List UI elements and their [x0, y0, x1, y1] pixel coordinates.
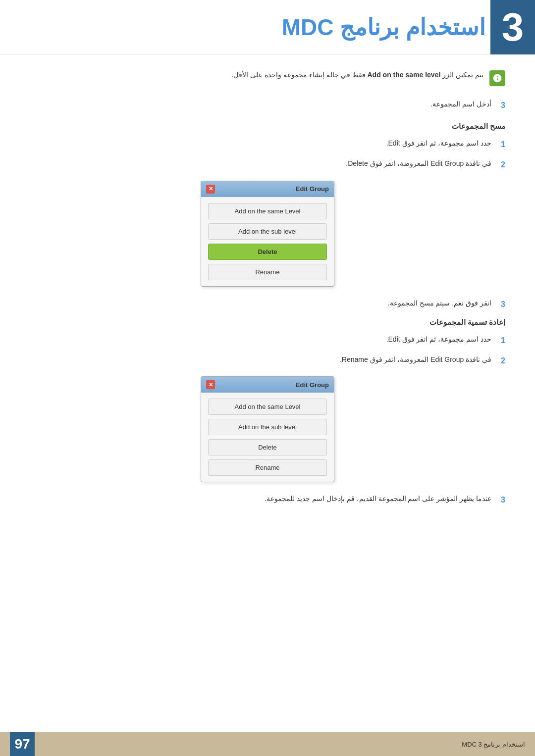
- dialog2-title: Edit Group: [296, 381, 329, 389]
- dialog1-add-same-level-btn[interactable]: Add on the same Level: [208, 203, 327, 219]
- dialog1-body: Add on the same Level Add on the sub lev…: [201, 197, 334, 286]
- main-content: يتم تمكين الزر Add on the same level فقط…: [0, 54, 535, 553]
- delete-step-num-2: 2: [496, 158, 505, 171]
- rename-step-text-1: حدد اسم مجموعة، ثم انقر فوق Edit.: [30, 334, 491, 346]
- edit-group-dialog-2: Edit Group ✕ Add on the same Level Add o…: [201, 376, 334, 482]
- dialog1-titlebar: Edit Group ✕: [201, 181, 334, 197]
- delete-step-num-3: 3: [496, 298, 505, 311]
- rename-step-2: 2 في نافذة Edit Group المعروضة، انقر فوق…: [30, 354, 505, 367]
- dialog2-body: Add on the same Level Add on the sub lev…: [201, 393, 334, 482]
- rename-step-num-1: 1: [496, 334, 505, 347]
- dialog1-title: Edit Group: [296, 185, 329, 193]
- rename-step-3: 3 عندما يظهر المؤشر على اسم المجموعة الق…: [30, 493, 505, 506]
- step-num-3a: 3: [496, 99, 505, 112]
- delete-step-1: 1 حدد اسم مجموعة، ثم انقر فوق Edit.: [30, 138, 505, 151]
- rename-step-text-3: عندما يظهر المؤشر على اسم المجموعة القدي…: [30, 493, 491, 505]
- delete-step-text-1: حدد اسم مجموعة، ثم انقر فوق Edit.: [30, 138, 491, 150]
- rename-step-text-2: في نافذة Edit Group المعروضة، انقر فوق R…: [30, 354, 491, 366]
- dialog2-add-same-level-btn[interactable]: Add on the same Level: [208, 399, 327, 415]
- rename-step-1: 1 حدد اسم مجموعة، ثم انقر فوق Edit.: [30, 334, 505, 347]
- dialog1-add-sub-level-btn[interactable]: Add on the sub level: [208, 223, 327, 240]
- footer-left: 97: [10, 732, 35, 756]
- dialog1-container: Edit Group ✕ Add on the same Level Add o…: [30, 181, 505, 287]
- dialog1-close-button[interactable]: ✕: [206, 185, 215, 194]
- delete-section-title: مسح المجموعات: [30, 122, 505, 131]
- dialog2-delete-btn[interactable]: Delete: [208, 439, 327, 455]
- rename-step-num-3: 3: [496, 493, 505, 506]
- delete-step-num-1: 1: [496, 138, 505, 151]
- note-text: يتم تمكين الزر Add on the same level فقط…: [231, 69, 483, 81]
- dialog2-rename-btn[interactable]: Rename: [208, 459, 327, 476]
- chapter-box: 3: [490, 0, 535, 54]
- dialog2-close-button[interactable]: ✕: [206, 380, 215, 389]
- step-text-3a: أدخل اسم المجموعة.: [30, 99, 491, 110]
- chapter-number: 3: [502, 7, 524, 47]
- page-title: استخدام برنامج MDC: [282, 14, 485, 41]
- page-number: 97: [14, 736, 30, 752]
- page-number-box: 97: [10, 732, 35, 756]
- edit-group-dialog-1: Edit Group ✕ Add on the same Level Add o…: [201, 181, 334, 287]
- delete-step-3: 3 انقر فوق نعم. سيتم مسح المجموعة.: [30, 298, 505, 311]
- dialog1-rename-btn[interactable]: Rename: [208, 264, 327, 280]
- delete-step-text-3: انقر فوق نعم. سيتم مسح المجموعة.: [30, 298, 491, 309]
- delete-step-2: 2 في نافذة Edit Group المعروضة، انقر فوق…: [30, 158, 505, 171]
- dialog2-titlebar: Edit Group ✕: [201, 377, 334, 393]
- note-box: يتم تمكين الزر Add on the same level فقط…: [30, 69, 505, 86]
- rename-step-num-2: 2: [496, 354, 505, 367]
- page-footer: 97 استخدام برنامج MDC 3: [0, 732, 535, 756]
- footer-text: استخدام برنامج MDC 3: [462, 741, 525, 748]
- note-icon: [489, 70, 505, 86]
- step-add-group-name: 3 أدخل اسم المجموعة.: [30, 99, 505, 112]
- delete-step-text-2: في نافذة Edit Group المعروضة، انقر فوق D…: [30, 158, 491, 170]
- dialog1-delete-btn[interactable]: Delete: [208, 244, 327, 260]
- dialog2-add-sub-level-btn[interactable]: Add on the sub level: [208, 419, 327, 435]
- dialog2-container: Edit Group ✕ Add on the same Level Add o…: [30, 376, 505, 482]
- rename-section-title: إعادة تسمية المجموعات: [30, 318, 505, 327]
- page-header: استخدام برنامج MDC 3: [0, 0, 535, 54]
